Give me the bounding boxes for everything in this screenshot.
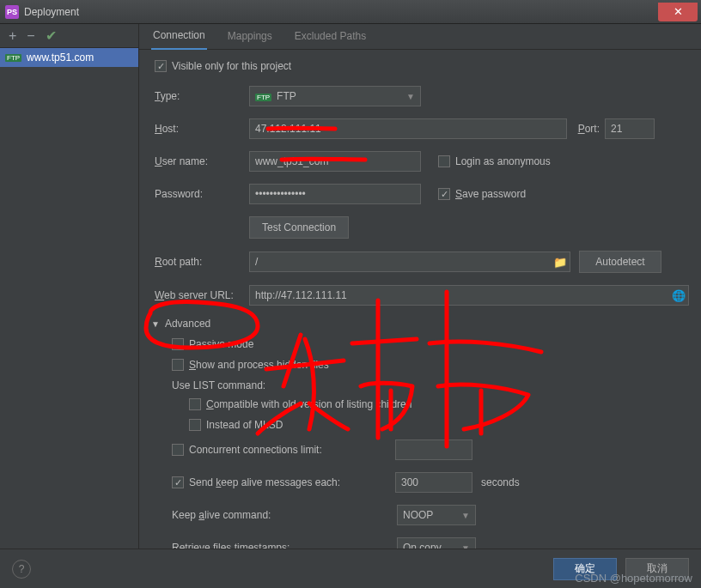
server-name: www.tp51.com xyxy=(27,52,94,64)
window-title: Deployment xyxy=(24,6,79,18)
servers-pane: + − ✔ FTP www.tp51.com xyxy=(0,24,139,549)
ok-button[interactable]: 确定 xyxy=(553,558,617,580)
form-area: Visible only for this project Type: FTPF… xyxy=(139,50,701,549)
instead-mlsd-checkbox[interactable] xyxy=(189,419,201,431)
titlebar: PS Deployment ✕ xyxy=(0,0,701,24)
visible-only-label: Visible only for this project xyxy=(172,60,291,72)
tab-mappings[interactable]: Mappings xyxy=(226,25,274,49)
username-label: User name: xyxy=(155,155,249,167)
show-hidden-label: Show and process hidden files xyxy=(189,359,329,371)
concurrent-limit-checkbox[interactable] xyxy=(172,444,184,456)
username-input[interactable] xyxy=(249,151,421,172)
retrieve-ts-select[interactable]: On copy▼ xyxy=(397,537,476,549)
port-input[interactable] xyxy=(605,118,655,139)
confirm-server-button[interactable]: ✔ xyxy=(46,29,57,43)
keep-alive-checkbox[interactable] xyxy=(172,476,184,488)
keep-alive-cmd-label: Keep alive command: xyxy=(172,509,397,521)
chevron-down-icon: ▼ xyxy=(461,511,470,520)
tab-excluded[interactable]: Excluded Paths xyxy=(293,25,368,49)
ftp-icon: FTP xyxy=(255,94,271,101)
window-close-button[interactable]: ✕ xyxy=(658,3,698,21)
password-input[interactable] xyxy=(249,184,421,204)
passive-mode-checkbox[interactable] xyxy=(172,338,184,350)
cancel-button[interactable]: 取消 xyxy=(625,558,689,580)
settings-pane: Connection Mappings Excluded Paths Visib… xyxy=(139,24,701,549)
host-input[interactable] xyxy=(249,118,567,139)
browse-folder-icon[interactable]: 📁 xyxy=(553,256,567,269)
compatible-checkbox[interactable] xyxy=(189,398,201,410)
visible-only-checkbox[interactable] xyxy=(155,60,167,72)
login-anonymous-checkbox[interactable] xyxy=(438,155,450,167)
retrieve-ts-label: Retrieve files timestamps: xyxy=(172,542,397,549)
chevron-down-icon: ▼ xyxy=(461,543,470,549)
login-anonymous-label: Login as anonymous xyxy=(455,155,551,167)
remove-server-button[interactable]: − xyxy=(27,29,34,43)
compatible-label: Compatible with old version of listing c… xyxy=(206,398,411,410)
type-label: Type: xyxy=(155,90,249,102)
password-label: Password: xyxy=(155,188,249,200)
add-server-button[interactable]: + xyxy=(9,29,16,43)
type-select[interactable]: FTPFTP ▼ xyxy=(249,86,421,106)
keep-alive-cmd-select[interactable]: NOOP▼ xyxy=(397,505,476,525)
seconds-label: seconds xyxy=(481,476,520,488)
help-button[interactable]: ? xyxy=(12,560,31,579)
advanced-section-toggle[interactable]: ▼ Advanced xyxy=(151,318,686,330)
globe-icon[interactable]: 🌐 xyxy=(672,289,686,302)
test-connection-button[interactable]: Test Connection xyxy=(249,216,349,239)
root-path-label: Root path: xyxy=(155,256,249,268)
autodetect-button[interactable]: Autodetect xyxy=(579,251,661,273)
save-password-checkbox[interactable] xyxy=(438,188,450,200)
ftp-badge-icon: FTP xyxy=(5,54,21,62)
dialog-footer: ? 确定 取消 xyxy=(0,549,701,588)
save-password-label: Save password xyxy=(455,188,526,200)
keep-alive-label: Send keep alive messages each: xyxy=(189,476,395,488)
concurrent-limit-input[interactable] xyxy=(395,439,472,460)
tab-connection[interactable]: Connection xyxy=(151,24,207,50)
servers-toolbar: + − ✔ xyxy=(0,24,138,48)
host-label: Host: xyxy=(155,123,249,135)
server-list-item[interactable]: FTP www.tp51.com xyxy=(0,48,138,67)
show-hidden-checkbox[interactable] xyxy=(172,359,184,371)
instead-mlsd-label: Instead of MLSD xyxy=(206,419,283,431)
passive-mode-label: Passive mode xyxy=(189,338,253,350)
web-url-input[interactable] xyxy=(249,285,689,306)
root-path-input[interactable] xyxy=(249,252,570,272)
concurrent-limit-label: Concurrent connections limit: xyxy=(189,444,395,456)
chevron-down-icon: ▼ xyxy=(406,92,415,101)
keep-alive-input[interactable] xyxy=(395,472,472,493)
triangle-down-icon: ▼ xyxy=(151,319,160,329)
tabs-bar: Connection Mappings Excluded Paths xyxy=(139,24,701,50)
app-icon: PS xyxy=(5,5,19,19)
use-list-label: Use LIST command: xyxy=(155,379,686,391)
port-label: Port: xyxy=(567,123,605,135)
web-url-label: Web server URL: xyxy=(155,289,249,301)
